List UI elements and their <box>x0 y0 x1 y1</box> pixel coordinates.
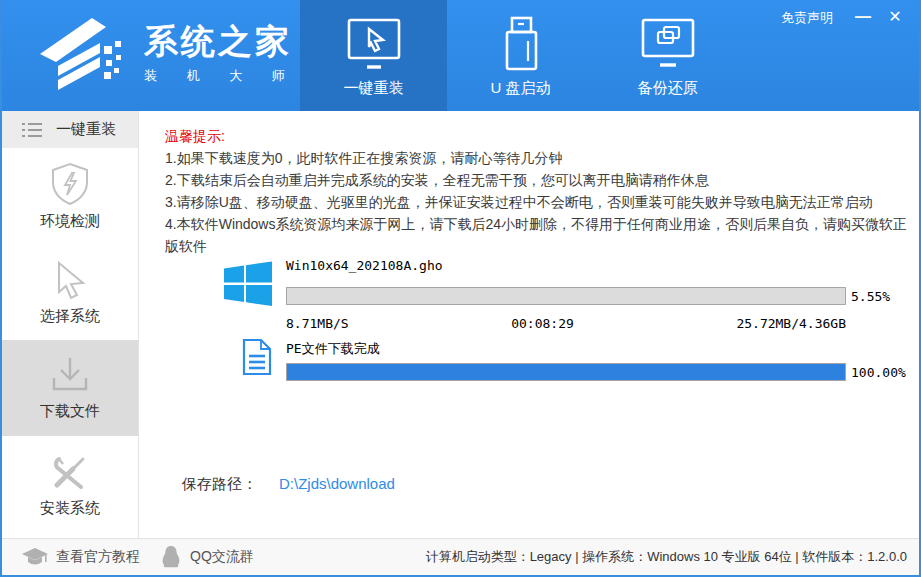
header: 系统之家 装 机 大 师 一键重装 <box>0 0 921 111</box>
pe-status-text: PE文件下载完成 <box>286 340 380 358</box>
download-elapsed-time: 00:08:29 <box>511 316 574 331</box>
tab-onekey-reinstall[interactable]: 一键重装 <box>300 0 447 111</box>
qq-group-link[interactable]: QQ交流群 <box>160 544 254 570</box>
tips-title: 温馨提示: <box>165 125 919 147</box>
shield-lightning-icon <box>49 162 91 206</box>
sidebar-item-label: 下载文件 <box>40 402 100 421</box>
pe-percent: 100.00% <box>851 365 906 380</box>
save-path-row: 保存路径：D:\Zjds\download <box>182 475 395 494</box>
tab-label: 一键重装 <box>344 79 404 98</box>
sidebar-item-label: 一键重装 <box>56 120 116 139</box>
disclaimer-link[interactable]: 免责声明 <box>781 9 833 27</box>
tip-line: 4.本软件Windows系统资源均来源于网上，请下载后24小时删除，不得用于任何… <box>165 213 919 257</box>
tools-icon <box>49 451 91 493</box>
sidebar: 一键重装 环境检测 选择系统 <box>2 111 139 538</box>
cursor-icon <box>49 259 91 301</box>
save-path-link[interactable]: D:\Zjds\download <box>279 475 395 492</box>
tab-label: 备份还原 <box>638 79 698 98</box>
usb-drive-icon <box>501 16 541 72</box>
download-percent: 5.55% <box>851 289 890 304</box>
sidebar-item-env-check[interactable]: 环境检测 <box>2 148 138 244</box>
pe-progress-fill <box>287 364 845 380</box>
house-logo-icon <box>38 14 130 92</box>
tip-line: 1.如果下载速度为0，此时软件正在搜索资源，请耐心等待几分钟 <box>165 147 919 169</box>
tutorial-label: 查看官方教程 <box>56 548 140 566</box>
sidebar-item-onekey-reinstall[interactable]: 一键重装 <box>2 111 138 148</box>
minimize-button[interactable]: — <box>851 6 875 28</box>
download-stats: 8.71MB/S 00:08:29 25.72MB/4.36GB <box>286 316 846 331</box>
save-path-label: 保存路径： <box>182 475 257 492</box>
tip-line: 2.下载结束后会自动重启并完成系统的安装，全程无需干预，您可以离开电脑请稍作休息 <box>165 169 919 191</box>
windows-logo-icon <box>224 261 272 307</box>
main-content: 温馨提示: 1.如果下载速度为0，此时软件正在搜索资源，请耐心等待几分钟 2.下… <box>140 111 919 538</box>
download-progress-bar <box>286 287 846 305</box>
footer-bar: 查看官方教程 QQ交流群 计算机启动类型：Legacy | 操作系统：Windo… <box>2 538 919 575</box>
tips-block: 温馨提示: 1.如果下载速度为0，此时软件正在搜索资源，请耐心等待几分钟 2.下… <box>165 125 919 257</box>
sidebar-item-label: 安装系统 <box>40 499 100 518</box>
official-tutorial-link[interactable]: 查看官方教程 <box>22 547 140 567</box>
backup-restore-icon <box>639 16 697 72</box>
list-icon <box>22 121 42 139</box>
qq-group-label: QQ交流群 <box>190 548 254 566</box>
download-icon <box>49 356 91 396</box>
tab-usb-boot[interactable]: U 盘启动 <box>447 0 594 111</box>
tab-label: U 盘启动 <box>491 79 551 98</box>
sidebar-item-select-system[interactable]: 选择系统 <box>2 244 138 340</box>
download-size-progress: 25.72MB/4.36GB <box>736 316 846 331</box>
tip-line: 3.请移除U盘、移动硬盘、光驱里的光盘，并保证安装过程中不会断电，否则重装可能失… <box>165 191 919 213</box>
sidebar-item-label: 选择系统 <box>40 307 100 326</box>
app-logo: 系统之家 装 机 大 师 <box>38 14 298 92</box>
app-title: 系统之家 <box>144 21 298 61</box>
app-tagline: 装 机 大 师 <box>144 67 298 85</box>
pe-progress-bar <box>286 363 846 381</box>
download-speed: 8.71MB/S <box>286 316 349 331</box>
sidebar-item-label: 环境检测 <box>40 212 100 231</box>
monitor-cursor-icon <box>345 16 403 72</box>
download-filename: Win10x64_202108A.gho <box>286 258 443 273</box>
graduation-cap-icon <box>22 547 48 567</box>
machine-info-status: 计算机启动类型：Legacy | 操作系统：Windows 10 专业版 64位… <box>426 548 907 566</box>
sidebar-item-download-files[interactable]: 下载文件 <box>2 340 138 436</box>
close-button[interactable]: ✕ <box>883 6 907 28</box>
pe-file-document-icon <box>241 338 273 376</box>
tab-backup-restore[interactable]: 备份还原 <box>594 0 741 111</box>
qq-penguin-icon <box>160 544 182 570</box>
nav-tabs: 一键重装 U 盘启动 <box>300 0 741 111</box>
app-window: 系统之家 装 机 大 师 一键重装 <box>0 0 921 577</box>
sidebar-item-install-system[interactable]: 安装系统 <box>2 436 138 532</box>
